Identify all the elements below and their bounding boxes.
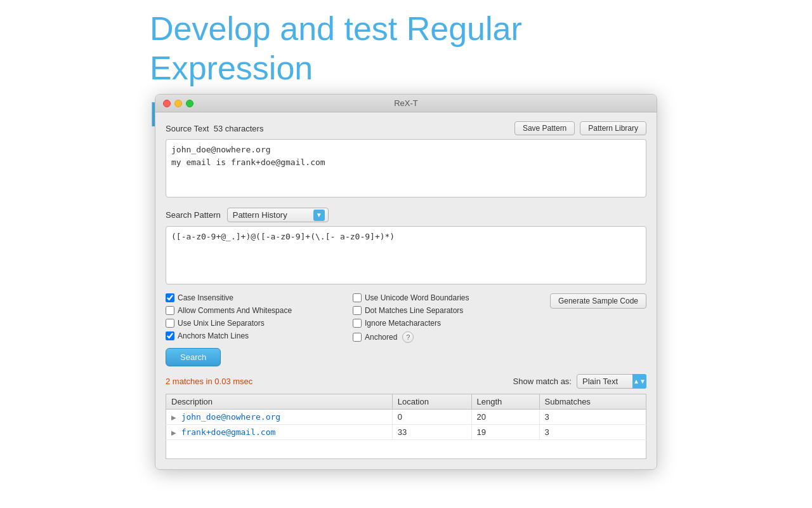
col-submatches: Submatches [539,394,646,410]
checkbox-unix-line-input[interactable] [166,319,174,328]
show-match-dropdown-wrapper: Plain Text ▲▼ [577,374,646,389]
source-text-label: Source Text 53 characters [166,124,263,133]
cell-length: 19 [471,425,539,440]
checkbox-col-right: Use Unicode Word Boundaries Dot Matches … [353,293,540,343]
checkbox-case-insensitive[interactable]: Case Insensitive [166,293,353,302]
zoom-button[interactable] [186,100,193,107]
pattern-history-dropdown-wrapper: Pattern History ▼ [227,208,329,222]
checkbox-unix-line[interactable]: Use Unix Line Separators [166,319,353,328]
search-button[interactable]: Search [166,348,221,366]
show-match-row: Show match as: Plain Text ▲▼ [513,374,647,389]
table-header-row: Description Location Length Submatches [166,394,646,410]
col-description: Description [166,394,393,410]
pattern-text-area[interactable] [166,226,646,284]
cell-location: 33 [392,425,471,440]
match-link[interactable]: john_doe@nowhere.org [181,412,281,422]
search-pattern-header: Search Pattern Pattern History ▼ [166,208,646,222]
window-content: Source Text 53 characters Save Pattern P… [155,112,657,469]
cell-length: 20 [471,410,539,425]
search-pattern-label: Search Pattern [166,210,221,220]
show-match-as-label: Show match as: [513,377,572,386]
title-bar: ReX-T [155,95,657,112]
cell-submatches: 3 [539,425,646,440]
cell-submatches: 3 [539,410,646,425]
match-count-text: 2 matches in 0.03 msec [166,377,252,386]
checkbox-anchored[interactable]: Anchored [353,333,397,342]
checkbox-anchors-match-lines[interactable]: Anchors Match Lines [166,331,353,340]
close-button[interactable] [163,100,171,107]
minimize-button[interactable] [174,100,182,107]
table-row: ▶ john_doe@nowhere.org 0 20 3 [166,410,646,425]
checkbox-anchored-input[interactable] [353,333,362,342]
app-window: ReX-T Source Text 53 characters Save Pat… [155,94,657,470]
checkbox-allow-comments[interactable]: Allow Comments And Whitespace [166,306,353,315]
pattern-history-select[interactable]: Pattern History [227,208,329,222]
row-expand-icon[interactable]: ▶ [171,429,176,436]
checkbox-col-left: Case Insensitive Allow Comments And Whit… [166,293,353,340]
results-table: Description Location Length Submatches ▶… [166,394,646,459]
source-text-area[interactable] [166,139,646,197]
show-match-select[interactable]: Plain Text [577,374,646,389]
checkbox-dot-matches[interactable]: Dot Matches Line Separators [353,306,540,315]
checkbox-ignore-meta-input[interactable] [353,319,362,328]
results-header: 2 matches in 0.03 msec Show match as: Pl… [166,374,646,389]
checkbox-anchors-match-lines-input[interactable] [166,331,174,340]
col-length: Length [471,394,539,410]
checkbox-unicode-word-input[interactable] [353,293,362,302]
table-row: ▶ frank+doe@gmail.com 33 19 3 [166,425,646,440]
checkbox-case-insensitive-input[interactable] [166,293,174,302]
save-pattern-button[interactable]: Save Pattern [514,121,575,135]
match-link[interactable]: frank+doe@gmail.com [181,427,276,437]
generate-sample-code-button[interactable]: Generate Sample Code [550,293,646,309]
checkbox-unicode-word[interactable]: Use Unicode Word Boundaries [353,293,540,302]
checkbox-ignore-meta[interactable]: Ignore Metacharacters [353,319,540,328]
checkbox-dot-matches-input[interactable] [353,306,362,315]
generate-btn-col: Generate Sample Code [540,293,646,309]
help-icon[interactable]: ? [402,331,414,343]
cell-location: 0 [392,410,471,425]
header-buttons: Save Pattern Pattern Library [514,121,646,135]
col-location: Location [392,394,471,410]
checkbox-allow-comments-input[interactable] [166,306,174,315]
cell-description: ▶ frank+doe@gmail.com [166,425,393,440]
row-expand-icon[interactable]: ▶ [171,414,176,421]
pattern-library-button[interactable]: Pattern Library [580,121,646,135]
checkboxes-area: Case Insensitive Allow Comments And Whit… [166,293,646,343]
window-title: ReX-T [394,98,418,108]
source-text-header: Source Text 53 characters Save Pattern P… [166,121,646,135]
traffic-lights [163,100,193,107]
table-empty-row [166,440,646,459]
cell-description: ▶ john_doe@nowhere.org [166,410,393,425]
